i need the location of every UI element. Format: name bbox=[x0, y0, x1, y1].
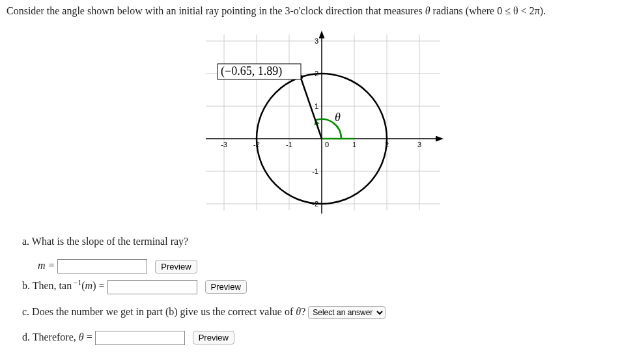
preview-button-b[interactable]: Preview bbox=[205, 280, 247, 294]
point-label-box: (−0.65, 1.89) bbox=[218, 64, 301, 79]
part-c-text: c. Does the number we get in part (b) gi… bbox=[22, 306, 305, 317]
part-b: b. Then, tan −1(m) = Preview bbox=[22, 279, 626, 294]
prompt-theta: θ bbox=[425, 5, 430, 16]
x-tick: -3 bbox=[221, 141, 227, 148]
question-prompt: Consider the angle shown below with an i… bbox=[7, 5, 626, 17]
prompt-post: ). bbox=[540, 5, 546, 16]
x-tick-labels: -3 -2 -1 0 1 2 3 bbox=[221, 141, 421, 148]
x-tick: 3 bbox=[417, 141, 421, 148]
y-tick: 1 bbox=[315, 102, 318, 110]
m-equals-label: m = bbox=[38, 260, 55, 271]
terminal-ray bbox=[301, 77, 322, 139]
preview-button-a[interactable]: Preview bbox=[155, 260, 197, 273]
part-c: c. Does the number we get in part (b) gi… bbox=[22, 306, 626, 319]
part-a-text: a. What is the slope of the terminal ray… bbox=[22, 236, 188, 247]
y-tick: 3 bbox=[315, 37, 318, 45]
theta-input[interactable] bbox=[95, 331, 185, 345]
m-input[interactable] bbox=[57, 259, 147, 273]
point-label-text: (−0.65, 1.89) bbox=[221, 64, 282, 78]
graph-container: -3 -2 -1 0 1 2 3 3 2 1 -1 -2 θ bbox=[7, 25, 626, 223]
part-d: d. Therefore, θ = Preview bbox=[22, 331, 626, 345]
part-a-answer-row: m = Preview bbox=[38, 259, 626, 273]
part-c-select[interactable]: Select an answer bbox=[308, 306, 386, 319]
arctan-input[interactable] bbox=[107, 280, 197, 294]
prompt-pre: Consider the angle shown below with an i… bbox=[7, 5, 425, 16]
unit-circle-graph: -3 -2 -1 0 1 2 3 3 2 1 -1 -2 θ bbox=[186, 25, 447, 220]
part-b-pre: b. Then, tan bbox=[22, 280, 72, 291]
x-tick: 0 bbox=[325, 141, 329, 148]
part-d-text: d. Therefore, θ = bbox=[22, 331, 92, 343]
grid bbox=[206, 35, 440, 210]
part-b-arg: (m) = bbox=[81, 280, 104, 291]
prompt-mid: radians (where bbox=[430, 5, 498, 16]
prompt-cond: 0 ≤ θ < 2π bbox=[497, 5, 540, 16]
theta-label: θ bbox=[335, 111, 341, 124]
y-tick: -1 bbox=[312, 167, 318, 175]
preview-button-d[interactable]: Preview bbox=[193, 331, 234, 344]
x-tick: -1 bbox=[286, 141, 292, 148]
part-b-sup: −1 bbox=[72, 279, 81, 287]
part-a: a. What is the slope of the terminal ray… bbox=[22, 236, 626, 247]
x-tick: 1 bbox=[352, 141, 356, 148]
